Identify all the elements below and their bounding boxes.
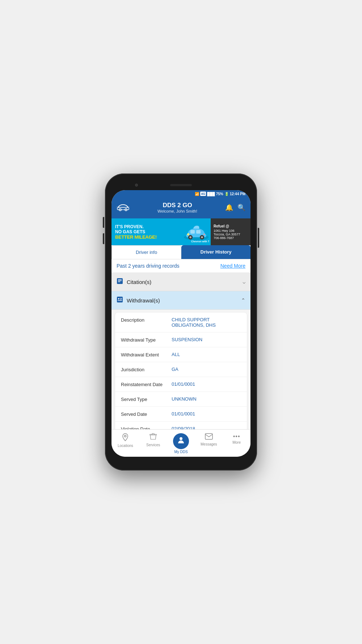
detail-row-description: Description CHILD SUPPORT OBLIGATIONS, D… xyxy=(115,313,247,333)
nav-my-dds[interactable]: My DDS xyxy=(167,432,195,455)
signal-icon: 4G xyxy=(200,192,206,196)
header-actions: 🔔 🔍 xyxy=(225,204,245,212)
withdrawal-extent-value: ALL xyxy=(172,352,241,357)
app-header: DDS 2 GO Welcome, John Smith! 🔔 🔍 xyxy=(111,197,251,218)
svg-point-7 xyxy=(189,236,191,238)
detail-row-served-date: Served Date 01/01/0001 xyxy=(115,407,247,422)
phone-frame: 📶 4G ███ 75% 🔋 12:44 PM xyxy=(105,173,257,471)
services-icon xyxy=(149,433,157,442)
app-title: DDS 2 GO xyxy=(130,202,225,209)
citation-section: Citation(s) ⌵ xyxy=(111,273,251,291)
detail-row-served-type: Served Type UNKNOWN xyxy=(115,392,247,407)
svg-rect-15 xyxy=(117,278,123,284)
power-button xyxy=(258,228,259,248)
withdrawal-type-value: SUSPENSION xyxy=(172,337,241,342)
wifi-icon: 📶 xyxy=(195,192,199,196)
svg-point-25 xyxy=(180,437,182,440)
ad-line2: NO GAS GETS xyxy=(115,229,178,234)
svg-rect-19 xyxy=(117,297,123,302)
served-date-value: 01/01/0001 xyxy=(172,411,241,417)
svg-point-12 xyxy=(187,233,189,235)
withdrawal-chevron: ⌃ xyxy=(241,297,245,303)
withdrawal-extent-label: Withdrawal Extent xyxy=(121,352,172,357)
svg-point-20 xyxy=(118,298,119,300)
my-dds-active-bg xyxy=(173,433,189,449)
svg-rect-21 xyxy=(120,298,122,299)
withdrawal-detail-card: Description CHILD SUPPORT OBLIGATIONS, D… xyxy=(115,313,247,429)
services-label: Services xyxy=(146,443,160,447)
svg-rect-23 xyxy=(118,300,122,301)
detail-row-jurisdiction: Jurisdiction GA xyxy=(115,362,247,377)
ad-line3: BETTER MILEAGE! xyxy=(115,234,178,240)
camera xyxy=(135,184,138,187)
detail-row-withdrawal-type: Withdrawal Type SUSPENSION xyxy=(115,333,247,347)
citation-icon xyxy=(117,278,123,286)
ad-address1: 1061 Hwy 106 xyxy=(214,229,248,233)
speaker xyxy=(170,184,192,186)
ad-line1: IT'S PROVEN. xyxy=(115,224,178,229)
jurisdiction-value: GA xyxy=(172,367,241,372)
refuel-label: Refuel @ xyxy=(214,224,248,228)
violation-date-label: Violation Date xyxy=(121,426,172,429)
locations-icon xyxy=(122,433,129,443)
withdrawal-icon xyxy=(117,296,123,304)
violation-date-value: 02/09/2018 xyxy=(172,426,241,429)
description-value: CHILD SUPPORT OBLIGATIONS, DHS xyxy=(172,317,241,328)
svg-rect-11 xyxy=(196,230,201,234)
citation-accordion-header[interactable]: Citation(s) ⌵ xyxy=(111,273,251,291)
volume-up-button xyxy=(103,217,104,228)
search-icon[interactable]: 🔍 xyxy=(237,204,245,212)
screen: 📶 4G ███ 75% 🔋 12:44 PM xyxy=(111,190,251,457)
more-label: More xyxy=(232,440,241,444)
tab-driver-history[interactable]: Driver History xyxy=(181,245,251,259)
citation-label: Citation(s) xyxy=(127,279,243,285)
tab-driver-info[interactable]: Driver info xyxy=(111,245,181,259)
reinstatement-date-label: Reinstatement Date xyxy=(121,381,172,387)
ad-car-image: Chevron with TECHRON xyxy=(182,218,211,245)
detail-row-reinstatement-date: Reinstatement Date 01/01/0001 xyxy=(115,377,247,392)
phone-bottom-bezel xyxy=(111,457,251,464)
tab-bar: Driver info Driver History xyxy=(111,245,251,259)
citation-chevron: ⌵ xyxy=(243,279,245,285)
served-type-value: UNKNOWN xyxy=(172,396,241,402)
logo xyxy=(117,200,130,215)
my-dds-label: My DDS xyxy=(174,450,188,454)
battery-percent: 75% xyxy=(216,192,223,196)
served-date-label: Served Date xyxy=(121,411,172,417)
time-display: 12:44 PM xyxy=(230,192,245,196)
signal-bars: ███ xyxy=(207,192,215,196)
nav-more[interactable]: ••• More xyxy=(223,432,251,455)
withdrawal-section: Withdrawal(s) ⌃ Description CHILD SUPPOR… xyxy=(111,291,251,429)
withdrawal-accordion-header[interactable]: Withdrawal(s) ⌃ xyxy=(111,291,251,310)
svg-text:Chevron with TECHRON: Chevron with TECHRON xyxy=(191,240,209,242)
jurisdiction-label: Jurisdiction xyxy=(121,367,172,372)
detail-row-violation-date: Violation Date 02/09/2018 xyxy=(115,422,247,429)
main-content: Past 2 years driving records Need More C… xyxy=(111,259,251,429)
nav-messages[interactable]: Messages xyxy=(195,432,223,455)
svg-point-9 xyxy=(201,236,203,238)
ad-text: IT'S PROVEN. NO GAS GETS BETTER MILEAGE! xyxy=(111,218,182,245)
svg-rect-26 xyxy=(205,434,212,439)
detail-row-withdrawal-extent: Withdrawal Extent ALL xyxy=(115,347,247,362)
reinstatement-date-value: 01/01/0001 xyxy=(172,381,241,387)
phone-top-bezel xyxy=(111,180,251,190)
description-label: Description xyxy=(121,317,172,323)
nav-services[interactable]: Services xyxy=(139,432,167,455)
nav-locations[interactable]: Locations xyxy=(111,432,139,455)
withdrawal-type-label: Withdrawal Type xyxy=(121,337,172,343)
my-dds-icon xyxy=(177,436,185,446)
messages-icon xyxy=(205,433,213,442)
locations-label: Locations xyxy=(118,444,133,448)
svg-point-13 xyxy=(203,234,205,235)
header-center: DDS 2 GO Welcome, John Smith! xyxy=(130,202,225,213)
ad-phone: 706-886-7687 xyxy=(214,236,248,240)
served-type-label: Served Type xyxy=(121,396,172,402)
svg-point-24 xyxy=(125,435,126,437)
messages-label: Messages xyxy=(201,442,217,446)
ad-banner: IT'S PROVEN. NO GAS GETS BETTER MILEAGE! xyxy=(111,218,251,245)
status-icons: 📶 4G ███ 75% 🔋 12:44 PM xyxy=(195,192,245,196)
need-more-link[interactable]: Need More xyxy=(220,263,245,269)
bell-icon[interactable]: 🔔 xyxy=(225,204,233,212)
withdrawal-label: Withdrawal(s) xyxy=(127,297,241,304)
more-icon: ••• xyxy=(233,433,240,440)
